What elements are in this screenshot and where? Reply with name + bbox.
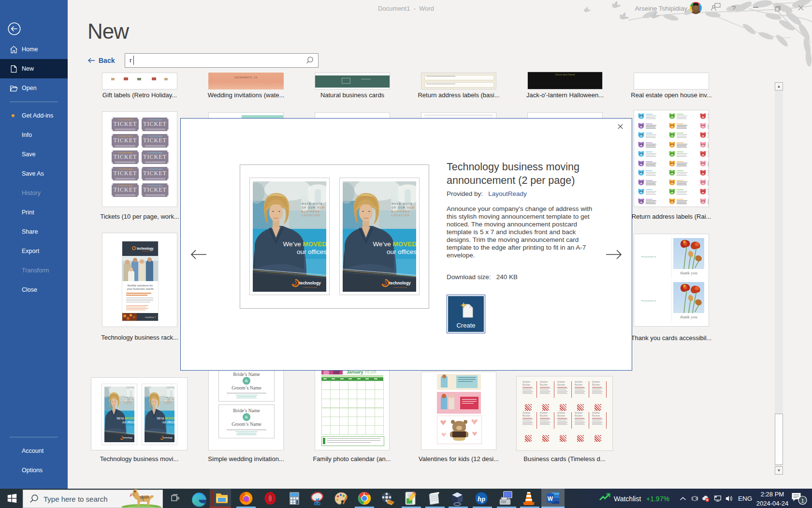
- svg-text:consulting: consulting: [142, 250, 153, 252]
- svg-text:1: 1: [801, 498, 804, 504]
- svg-text:hp: hp: [478, 495, 485, 503]
- svg-text:W: W: [548, 495, 553, 502]
